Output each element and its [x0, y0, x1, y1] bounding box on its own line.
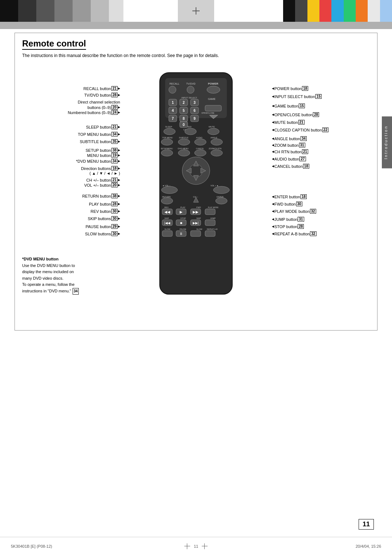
svg-text:6: 6 — [193, 109, 196, 113]
label-direction: Direction buttons 18▶ — [81, 166, 120, 171]
label-return: RETURN button 38▶ — [82, 194, 120, 198]
svg-point-53 — [178, 150, 190, 156]
swatch-lightgray — [368, 0, 380, 22]
label-open-close: ◀OPEN/CLOSE button 28 — [272, 112, 319, 117]
svg-text:PAUSE: PAUSE — [180, 228, 187, 230]
label-power: ◀POWER button 18 — [272, 86, 308, 91]
label-dvd-menu: *DVD MENU button 34▶ — [76, 159, 120, 163]
bottom-note-line4: To operate a menu, follow the — [22, 281, 79, 288]
bottom-note-line5: instructions in "DVD menu." 34 — [22, 288, 79, 295]
svg-point-71 — [161, 198, 173, 204]
header-color-swatches — [283, 0, 392, 22]
label-play-mode: ◀PLAY MODE button 32 — [272, 209, 316, 214]
svg-text:PLAY MODE: PLAY MODE — [208, 206, 219, 208]
label-pause: PAUSE button 29▶ — [86, 224, 120, 229]
swatch-darkgray — [295, 0, 307, 22]
svg-text:SKIP: SKIP — [196, 217, 201, 219]
sub-header-bar — [0, 22, 392, 29]
svg-point-5 — [169, 86, 176, 93]
bottom-note-line3: many DVD video discs. — [22, 275, 79, 282]
svg-text:SLOW: SLOW — [164, 228, 171, 230]
svg-text:▶▶: ▶▶ — [193, 210, 199, 214]
remote-svg: RECALL TV/DVD POWER INPUT SELECT — [154, 71, 238, 296]
svg-point-45 — [178, 139, 190, 145]
svg-rect-22 — [205, 105, 221, 111]
svg-text:PLAY: PLAY — [180, 206, 185, 208]
diagram-area: RECALL button 21▶ TV/DVD button 28▶ Dire… — [22, 64, 370, 318]
label-buttons-09: buttons (0–9)20▶ — [87, 105, 120, 110]
footer-crosshair-icon — [184, 543, 190, 549]
main-content: Remote control The instructions in this … — [15, 33, 377, 533]
svg-text:CANCEL: CANCEL — [196, 147, 204, 150]
crosshair-icon — [192, 7, 200, 15]
svg-point-66 — [162, 186, 177, 194]
header-swatch-4 — [54, 0, 73, 22]
label-game: ◀GAME button 15 — [272, 104, 305, 108]
svg-text:▶▶|: ▶▶| — [193, 221, 199, 225]
label-ch-plus-minus: CH +/– button 21▶ — [86, 178, 120, 182]
svg-point-6 — [187, 86, 194, 93]
section-title-container: Remote control — [22, 39, 86, 49]
svg-point-67 — [213, 186, 229, 194]
svg-text:MUTE: MUTE — [209, 126, 215, 128]
svg-rect-104 — [205, 231, 215, 236]
swatch-black — [283, 0, 295, 22]
svg-text:ANGLE: ANGLE — [211, 137, 217, 139]
footer-left: 5K30401B [E] (P08-12) — [11, 544, 52, 548]
svg-text:▶: ▶ — [180, 210, 183, 214]
label-setup: SETUP button 38▶ — [86, 148, 120, 153]
svg-point-52 — [161, 150, 173, 156]
svg-text:POWER: POWER — [208, 82, 219, 85]
header-bar — [0, 0, 392, 22]
label-repeat-ab: ◀REPEAT A-B button 32 — [272, 231, 317, 236]
label-angle: ◀ANGLE button 34 — [272, 136, 307, 141]
label-top-menu: TOP MENU button 34▶ — [78, 132, 120, 137]
svg-rect-84 — [205, 209, 215, 215]
label-subtitle: SUBTITLE button 35▶ — [80, 139, 120, 144]
svg-point-37 — [164, 128, 175, 135]
svg-text:SUBTITLE: SUBTITLE — [179, 137, 189, 139]
svg-text:9: 9 — [193, 117, 196, 121]
section-title: Remote control — [22, 39, 86, 50]
header-crosshair-area — [178, 0, 214, 22]
svg-text:INPUT SELECT: INPUT SELECT — [181, 97, 197, 99]
page-number-box: 11 — [359, 519, 374, 530]
svg-text:TOP MENU: TOP MENU — [162, 137, 173, 139]
label-numbered: Numbered buttons (0–9)24▶ — [68, 110, 120, 115]
header-swatch-6 — [91, 0, 109, 22]
footer-center-num: 11 — [194, 544, 198, 548]
swatch-red — [319, 0, 331, 22]
label-zoom: ◀ZOOM button 31 — [272, 143, 305, 147]
swatch-lightblue — [380, 0, 392, 22]
bottom-note-title: *DVD MENU button — [22, 257, 58, 261]
bottom-note-line1: Use the DVD MENU button to — [22, 263, 79, 269]
svg-point-54 — [195, 150, 206, 156]
svg-text:TV/DVD: TV/DVD — [186, 82, 196, 85]
label-skip: SKIP buttons 30▶ — [88, 216, 120, 221]
svg-text:|◀◀: |◀◀ — [164, 221, 170, 225]
svg-text:FWD: FWD — [196, 206, 201, 208]
svg-text:REPEAT A-B: REPEAT A-B — [207, 228, 218, 230]
label-input-select: ◀INPUT SELECT button 15 — [272, 94, 322, 99]
svg-text:2: 2 — [183, 101, 185, 105]
label-jump: ◀JUMP button 31 — [272, 217, 304, 222]
svg-text:SETUP/MENU: SETUP/MENU — [161, 147, 173, 150]
svg-text:◀◀: ◀◀ — [164, 210, 170, 214]
introduction-sidebar: Introduction — [382, 116, 392, 168]
svg-text:STOP: STOP — [180, 217, 186, 219]
svg-text:0: 0 — [183, 123, 185, 127]
footer-right: 20/4/04, 15:26 — [356, 544, 381, 548]
svg-point-7 — [207, 86, 220, 93]
footer: 5K30401B [E] (P08-12) 11 20/4/04, 15:26 — [0, 537, 392, 555]
svg-rect-95 — [205, 220, 215, 226]
svg-text:7: 7 — [172, 117, 174, 121]
label-vol-plus-minus: VOL +/– button 20▶ — [84, 183, 120, 187]
label-cancel: ◀CANCEL button 18 — [272, 164, 309, 169]
label-play: PLAY button 28▶ — [89, 202, 120, 206]
swatch-yellow — [307, 0, 319, 22]
footer-crosshair-right-icon — [202, 543, 208, 549]
label-stop: ◀STOP button 28 — [272, 224, 304, 229]
label-mute: ◀MUTE button 21 — [272, 120, 305, 125]
svg-text:8: 8 — [183, 117, 185, 121]
svg-text:GAME: GAME — [208, 98, 216, 100]
